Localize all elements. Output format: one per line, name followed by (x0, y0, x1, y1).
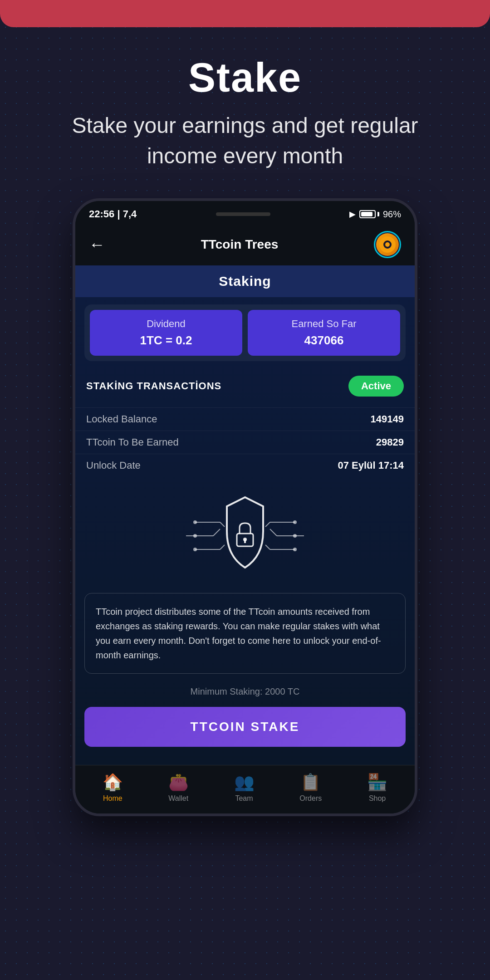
locked-balance-value: 149149 (371, 413, 404, 425)
locked-balance-label: Locked Balance (86, 413, 157, 425)
svg-line-6 (220, 522, 225, 527)
status-notch (216, 212, 270, 216)
dividend-value: 1TC = 0.2 (99, 333, 233, 348)
nav-item-home[interactable]: 🏠 Home (103, 773, 123, 803)
info-text: TTcoin project distributes some of the T… (96, 604, 394, 662)
svg-point-20 (293, 548, 297, 551)
unlock-date-label: Unlock Date (86, 460, 141, 471)
nav-item-wallet[interactable]: 👛 Wallet (168, 773, 189, 803)
dividend-label: Dividend (99, 318, 233, 330)
home-icon: 🏠 (103, 773, 123, 792)
svg-point-10 (193, 520, 197, 524)
earned-so-far-value: 437066 (257, 333, 391, 348)
svg-line-17 (265, 545, 270, 549)
ttcoin-earned-value: 29829 (376, 436, 404, 448)
phone-content: Staking Dividend 1TC = 0.2 Earned So Far… (75, 265, 415, 765)
ttcoin-earned-label: TTcoin To Be Earned (86, 436, 179, 448)
ttcoin-earned-row: TTcoin To Be Earned 29829 (75, 431, 415, 454)
bottom-nav: 🏠 Home 👛 Wallet 👥 Team 📋 Orders 🏪 Shop (75, 765, 415, 813)
svg-point-9 (193, 534, 197, 538)
svg-point-19 (293, 520, 297, 524)
stake-button[interactable]: TTCOIN STAKE (84, 707, 406, 747)
avatar[interactable] (374, 231, 401, 258)
nav-item-shop[interactable]: 🏪 Shop (367, 773, 387, 803)
locked-balance-row: Locked Balance 149149 (75, 407, 415, 431)
staking-header: Staking (75, 265, 415, 297)
transactions-label: STAKİNG TRANSACTİONS (86, 380, 221, 392)
status-bar: 22:56 | 7,4 ▶ 96% (75, 201, 415, 224)
staking-title: Staking (219, 274, 271, 289)
earned-so-far-card: Earned So Far 437066 (248, 310, 400, 356)
earned-so-far-label: Earned So Far (257, 318, 391, 330)
svg-rect-23 (244, 539, 246, 543)
wallet-label: Wallet (168, 794, 188, 803)
dividend-card: Dividend 1TC = 0.2 (90, 310, 242, 356)
stats-row: Dividend 1TC = 0.2 Earned So Far 437066 (84, 304, 406, 361)
shield-icon (186, 490, 304, 581)
nav-item-orders[interactable]: 📋 Orders (299, 773, 322, 803)
hero-section: Stake Stake your earnings and get regula… (0, 27, 490, 189)
svg-line-8 (220, 545, 225, 549)
shop-icon: 🏪 (367, 773, 387, 792)
battery-indicator (359, 210, 379, 218)
svg-line-4 (213, 529, 220, 536)
battery-body (359, 210, 376, 218)
svg-line-13 (270, 529, 277, 536)
unlock-date-value: 07 Eylül 17:14 (338, 460, 404, 471)
info-box: TTcoin project distributes some of the T… (84, 593, 406, 674)
bluetooth-icon: ▶ (349, 209, 356, 219)
team-label: Team (235, 794, 253, 803)
status-right: ▶ 96% (349, 209, 401, 220)
svg-point-2 (385, 242, 390, 247)
nav-bar: ← TTcoin Trees (75, 224, 415, 265)
team-icon: 👥 (234, 773, 255, 792)
unlock-date-row: Unlock Date 07 Eylül 17:14 (75, 454, 415, 477)
transactions-row: STAKİNG TRANSACTİONS Active (75, 368, 415, 404)
shield-section (75, 477, 415, 586)
wallet-icon: 👛 (168, 773, 189, 792)
hero-title: Stake (36, 54, 454, 101)
battery-percent: 96% (383, 209, 401, 220)
orders-icon: 📋 (300, 773, 321, 792)
svg-point-11 (193, 548, 197, 551)
active-badge: Active (348, 376, 404, 397)
shop-label: Shop (369, 794, 386, 803)
top-bar (0, 0, 490, 27)
battery-tip (377, 212, 379, 216)
orders-label: Orders (299, 794, 322, 803)
svg-line-15 (265, 522, 270, 527)
minimum-staking-text: Minimum Staking: 2000 TC (75, 681, 415, 702)
nav-item-team[interactable]: 👥 Team (234, 773, 255, 803)
back-button[interactable]: ← (89, 235, 105, 254)
avatar-inner (376, 233, 399, 256)
status-time: 22:56 | 7,4 (89, 208, 137, 220)
phone-mockup: 22:56 | 7,4 ▶ 96% ← TTcoin Trees (73, 198, 417, 816)
svg-point-18 (293, 534, 297, 538)
battery-fill (361, 212, 372, 216)
nav-title: TTcoin Trees (201, 237, 279, 252)
hero-subtitle: Stake your earnings and get regular inco… (36, 110, 454, 171)
home-label: Home (103, 794, 122, 803)
